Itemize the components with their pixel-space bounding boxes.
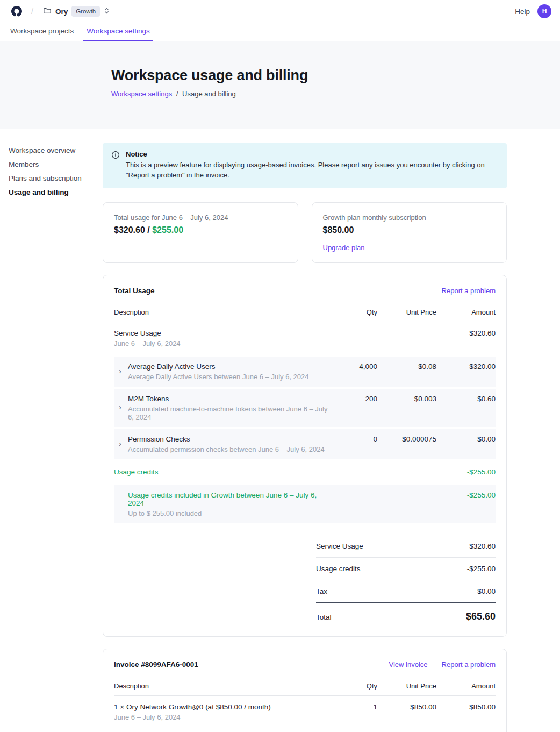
breadcrumb-workspace-settings-link[interactable]: Workspace settings: [111, 90, 172, 98]
tab-workspace-settings[interactable]: Workspace settings: [83, 23, 153, 41]
breadcrumb-slash: /: [31, 7, 33, 16]
col-description: Description: [114, 308, 329, 316]
invoice-title: Invoice #8099AFA6-0001: [114, 660, 198, 669]
expand-chevron-icon[interactable]: ›: [119, 439, 121, 448]
row-amount: $850.00: [436, 703, 496, 711]
workspace-switcher[interactable]: Ory Growth: [43, 6, 110, 17]
top-bar: / Ory Growth Help H: [0, 0, 560, 23]
col-amount: Amount: [436, 308, 496, 316]
summary-value: $320.60: [469, 542, 496, 550]
subscription-label: Growth plan monthly subscription: [323, 214, 496, 222]
summary-row-usage-credits: Usage credits -$255.00: [316, 558, 496, 580]
row-unit-price: $0.003: [377, 395, 436, 403]
ory-logo-icon[interactable]: [11, 5, 23, 17]
expand-chevron-icon[interactable]: ›: [119, 366, 121, 375]
usage-report-problem-link[interactable]: Report a problem: [442, 287, 496, 295]
col-qty: Qty: [329, 308, 377, 316]
summary-row-service-usage: Service Usage $320.60: [316, 535, 496, 558]
notice-title: Notice: [126, 150, 497, 158]
row-description: Usage credits: [114, 468, 329, 476]
total-usage-panel: Total Usage Report a problem Description…: [103, 275, 507, 637]
table-row-permission-checks[interactable]: › Permission Checks Accumulated permissi…: [114, 429, 496, 459]
row-amount: $0.00: [436, 435, 496, 443]
row-qty: 4,000: [329, 363, 377, 371]
col-unit-price: Unit Price: [377, 308, 436, 316]
subscription-card: Growth plan monthly subscription $850.00…: [312, 202, 507, 263]
avatar[interactable]: H: [537, 4, 551, 18]
summary-label: Usage credits: [316, 565, 361, 573]
row-subtext: Accumulated permission checks between Ju…: [128, 445, 329, 453]
summary-label: Service Usage: [316, 542, 363, 550]
sidebar-item-usage-and-billing[interactable]: Usage and billing: [9, 185, 103, 199]
help-link[interactable]: Help: [515, 8, 530, 16]
main-content: Notice This is a preview feature for dis…: [103, 129, 507, 732]
breadcrumb-separator: /: [176, 90, 178, 98]
page-header: Workspace usage and billing Workspace se…: [0, 41, 560, 129]
invoice-panel: Invoice #8099AFA6-0001 View invoice Repo…: [103, 649, 507, 732]
row-qty: 0: [329, 435, 377, 443]
col-qty: Qty: [329, 682, 377, 690]
row-subtext: Average Daily Active Users between June …: [128, 373, 329, 381]
workspace-switcher-chevron-icon[interactable]: [104, 7, 110, 16]
total-value: $65.60: [466, 611, 496, 622]
row-unit-price: $850.00: [377, 703, 436, 711]
row-description: Permission Checks: [128, 435, 329, 443]
usage-panel-title: Total Usage: [114, 287, 155, 295]
usage-credit-amount: $255.00: [152, 225, 183, 234]
expand-chevron-icon[interactable]: ›: [119, 402, 121, 411]
sidebar-item-plans-and-subscription[interactable]: Plans and subscription: [9, 171, 103, 185]
invoice-table: Description Qty Unit Price Amount 1 × Or…: [114, 677, 496, 728]
workspace-tabs: Workspace projects Workspace settings: [0, 23, 560, 41]
row-subtext: June 6 – July 6, 2024: [114, 713, 329, 721]
summary-value: $0.00: [477, 587, 496, 595]
row-amount: -$255.00: [436, 491, 496, 499]
table-row-usage-credits-included: Usage credits included in Growth between…: [114, 485, 496, 523]
preview-notice: Notice This is a preview feature for dis…: [103, 143, 507, 188]
row-amount: $320.00: [436, 363, 496, 371]
summary-value: -$255.00: [467, 565, 496, 573]
row-description: 1 × Ory Network Growth@0 (at $850.00 / m…: [114, 703, 329, 711]
upgrade-plan-link[interactable]: Upgrade plan: [323, 244, 496, 252]
row-qty: 200: [329, 395, 377, 403]
subscription-amount: $850.00: [323, 225, 496, 235]
summary-label: Tax: [316, 587, 327, 595]
row-unit-price: $0.000075: [377, 435, 436, 443]
total-label: Total: [316, 613, 332, 621]
usage-table-header: Description Qty Unit Price Amount: [114, 303, 496, 322]
col-unit-price: Unit Price: [377, 682, 436, 690]
invoice-table-header: Description Qty Unit Price Amount: [114, 677, 496, 696]
summary-row-total: Total $65.60: [316, 603, 496, 622]
row-amount: $0.60: [436, 395, 496, 403]
invoice-report-problem-link[interactable]: Report a problem: [442, 660, 496, 669]
sidebar-item-members[interactable]: Members: [9, 157, 103, 171]
table-row-invoice-line: 1 × Ory Network Growth@0 (at $850.00 / m…: [114, 696, 496, 728]
row-amount: $320.60: [436, 329, 496, 337]
view-invoice-link[interactable]: View invoice: [389, 660, 428, 669]
workspace-name: Ory: [55, 8, 68, 16]
tab-workspace-projects[interactable]: Workspace projects: [7, 23, 77, 41]
row-description: Usage credits included in Growth between…: [128, 491, 329, 507]
usage-amount: $320.60: [114, 225, 145, 234]
total-usage-amount: $320.60 / $255.00: [114, 225, 287, 235]
row-description: Average Daily Active Users: [128, 363, 329, 371]
notice-body: This is a preview feature for displaying…: [126, 160, 497, 181]
sidebar-item-workspace-overview[interactable]: Workspace overview: [9, 143, 103, 157]
page-title: Workspace usage and billing: [111, 67, 539, 84]
table-row-m2m-tokens[interactable]: › M2M Tokens Accumulated machine-to-mach…: [114, 389, 496, 427]
col-description: Description: [114, 682, 329, 690]
breadcrumb-current: Usage and billing: [182, 90, 236, 98]
plan-badge: Growth: [71, 6, 100, 17]
table-row-daily-active-users[interactable]: › Average Daily Active Users Average Dai…: [114, 357, 496, 387]
row-subtext: June 6 – July 6, 2024: [114, 339, 329, 347]
row-description: Service Usage: [114, 329, 329, 337]
row-subtext: Accumulated machine-to-machine tokens be…: [128, 405, 329, 421]
row-qty: 1: [329, 703, 377, 711]
summary-row-tax: Tax $0.00: [316, 580, 496, 603]
row-amount: -$255.00: [436, 468, 496, 476]
total-usage-label: Total usage for June 6 – July 6, 2024: [114, 214, 287, 222]
usage-separator: /: [145, 225, 152, 234]
usage-summary: Service Usage $320.60 Usage credits -$25…: [316, 535, 496, 622]
info-icon: [111, 150, 120, 181]
breadcrumb: Workspace settings / Usage and billing: [111, 90, 539, 98]
row-description: M2M Tokens: [128, 395, 329, 403]
